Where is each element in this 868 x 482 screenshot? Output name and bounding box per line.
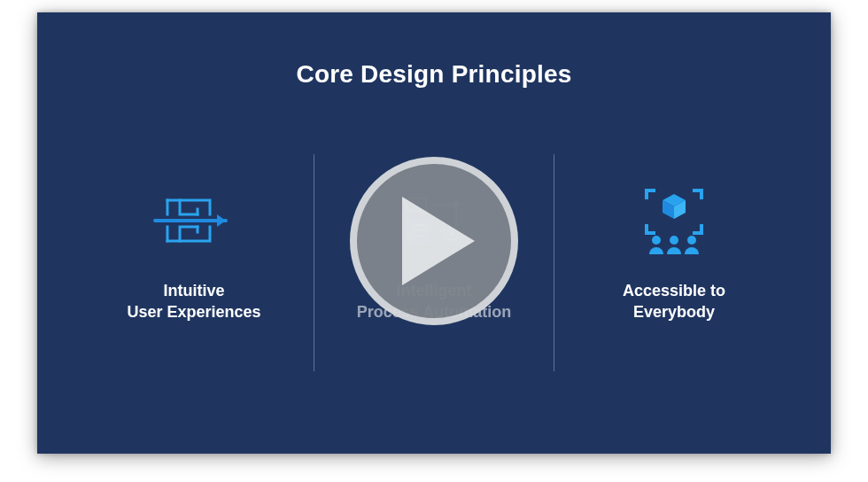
principle-label: Accessible to Everybody [623, 280, 725, 323]
people-cube-icon [634, 181, 714, 260]
svg-point-13 [652, 236, 661, 245]
principle-column: Accessible to Everybody [554, 154, 794, 323]
slide-title: Core Design Principles [37, 60, 831, 89]
svg-point-15 [687, 236, 696, 245]
svg-point-14 [670, 236, 678, 245]
principle-column: Intuitive User Experiences [74, 154, 314, 323]
video-thumbnail: Core Design Principles [0, 0, 868, 482]
play-icon [402, 197, 478, 285]
play-button[interactable] [350, 157, 518, 325]
svg-marker-16 [402, 197, 475, 285]
principle-label: Intuitive User Experiences [127, 280, 260, 323]
svg-marker-1 [217, 214, 226, 227]
maze-arrow-icon [150, 181, 238, 260]
